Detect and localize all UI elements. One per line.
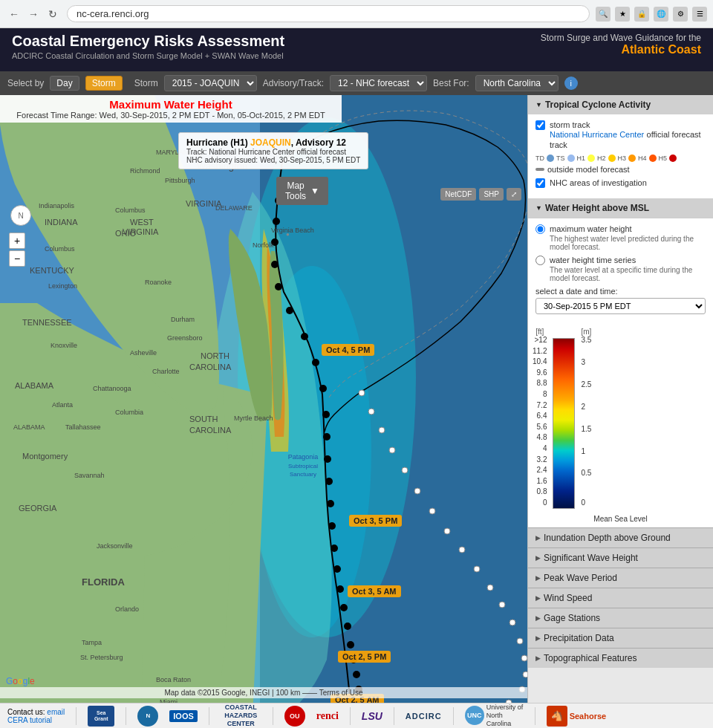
storm-button[interactable]: Storm — [85, 76, 123, 91]
map-tools-button[interactable]: Map Tools ▼ — [276, 177, 328, 205]
dropdown-arrow-icon: ▼ — [310, 186, 319, 196]
colorbar-section: [ft] >12 11.2 10.4 9.6 8.8 8 7.2 6.4 5.6… — [528, 320, 713, 527]
svg-point-39 — [506, 700, 512, 703]
hurricane-name: JOAQUIN — [250, 137, 291, 148]
colorbar-container: [ft] >12 11.2 10.4 9.6 8.8 8 7.2 6.4 5.6… — [533, 325, 709, 512]
address-bar[interactable]: nc-cera.renci.org — [67, 5, 590, 22]
time-label-oct2-5pm: Oct 2, 5 PM — [338, 651, 391, 663]
wh-section-content: maximum water height The highest water l… — [528, 218, 713, 320]
zoom-in-button[interactable]: + — [9, 233, 25, 249]
wh-ts-row: water height time series The water level… — [535, 256, 706, 282]
gage-stations-chevron-icon: ▶ — [535, 614, 541, 622]
inundation-section-header[interactable]: ▶ Inundation Depth above Ground — [528, 528, 713, 547]
cera-tutorial-link[interactable]: CERA tutorial — [7, 716, 65, 724]
contact-email-link[interactable]: email — [47, 708, 65, 716]
google-g: G — [6, 676, 13, 686]
advisory-select[interactable]: 12 - NHC forecast — [330, 75, 427, 91]
h2-label: H2 — [597, 155, 606, 162]
wave-height-section-header[interactable]: ▶ Significant Wave Height — [528, 548, 713, 568]
svg-text:CAROLINA: CAROLINA — [189, 363, 232, 371]
time-label-oct4-5pm: Oct 4, 5 PM — [322, 344, 374, 356]
back-button[interactable]: ← — [6, 6, 22, 22]
bookmark-icon[interactable]: ★ — [615, 7, 630, 22]
svg-text:Atlanta: Atlanta — [52, 401, 73, 409]
svg-point-48 — [459, 547, 465, 553]
app-subtitle: ADCIRC Coastal Circulation and Storm Sur… — [12, 51, 284, 60]
nwp-row: NHC areas of investigation — [535, 178, 706, 188]
contact-label: Contact us: email — [7, 708, 65, 716]
inundation-label: Inundation Depth above Ground — [544, 533, 671, 543]
svg-point-45 — [499, 602, 505, 608]
svg-point-41 — [523, 672, 527, 677]
svg-text:Boca Raton: Boca Raton — [156, 676, 191, 683]
nhc-link[interactable]: National Hurricane Center — [550, 130, 644, 139]
ioos-emblem: IOOS — [169, 710, 198, 722]
peak-wave-section-header[interactable]: ▶ Peak Wave Period — [528, 568, 713, 588]
search-icon[interactable]: 🔍 — [596, 7, 611, 22]
topographical-section-header[interactable]: ▶ Topographical Features — [528, 649, 713, 668]
outside-label: outside model forecast — [547, 165, 630, 174]
colorbar-gradient — [553, 338, 575, 509]
storm-select[interactable]: 2015 - JOAQUIN — [164, 75, 257, 91]
wind-speed-chevron-icon: ▶ — [535, 594, 541, 602]
svg-point-56 — [359, 390, 365, 396]
map-area[interactable]: Maximum Water Height Forecast Time Range… — [0, 95, 527, 703]
svg-text:Chattanooga: Chattanooga — [93, 385, 131, 392]
wh-ts-radio[interactable] — [535, 256, 545, 265]
precipitation-section-header[interactable]: ▶ Precipitation Data — [528, 628, 713, 648]
renci-logo: renci — [316, 710, 339, 722]
netcdf-button[interactable]: NetCDF — [440, 188, 476, 201]
atlantic-coast-label: Atlantic Coast — [541, 43, 701, 56]
max-wh-radio[interactable] — [535, 224, 545, 234]
nwp-label: NHC areas of investigation — [550, 178, 647, 187]
outside-forecast-row: outside model forecast — [535, 165, 706, 174]
ext3-icon[interactable]: ⚙ — [673, 7, 688, 22]
seahorse-label: Seahorse — [570, 712, 607, 721]
time-label-oct3-5pm: Oct 3, 5 PM — [349, 515, 402, 527]
seahorse-emblem: 🐴 — [547, 706, 567, 727]
noaa-logo: N — [137, 706, 158, 727]
h5-dot — [669, 155, 677, 162]
ext2-icon[interactable]: 🌐 — [654, 7, 668, 22]
unc-logo: UNC University of North Carolina — [465, 703, 524, 727]
svg-text:WEST: WEST — [130, 218, 154, 227]
max-wh-label: maximum water height — [550, 224, 706, 233]
svg-point-53 — [389, 447, 395, 453]
inundation-section: ▶ Inundation Depth above Ground — [528, 527, 713, 547]
refresh-button[interactable]: ↻ — [45, 6, 61, 22]
footer-divider-7 — [453, 707, 454, 725]
colorbar-labels-right: 3.5 3 2.5 2 1.5 1 0.5 — [581, 336, 591, 507]
zoom-out-button[interactable]: − — [9, 250, 25, 267]
ou-logo: OU — [284, 706, 305, 727]
svg-text:Knoxville: Knoxville — [51, 342, 77, 349]
tc-header-label: Tropical Cyclone Activity — [545, 100, 651, 110]
ext1-icon[interactable]: 🔒 — [634, 7, 649, 22]
menu-icon[interactable]: ☰ — [692, 7, 707, 22]
shp-button[interactable]: SHP — [479, 188, 504, 201]
export-icon-button[interactable]: ⤢ — [507, 188, 521, 201]
map-data-attribution: Map data ©2015 Google, INEGI | 100 km ——… — [0, 687, 527, 698]
forward-button[interactable]: → — [25, 6, 42, 22]
svg-text:GEORGIA: GEORGIA — [19, 504, 57, 513]
gage-stations-section-header[interactable]: ▶ Gage Stations — [528, 608, 713, 628]
nwp-checkbox[interactable] — [535, 178, 545, 188]
browser-chrome: ← → ↻ nc-cera.renci.org 🔍 ★ 🔒 🌐 ⚙ ☰ — [0, 0, 713, 28]
hurricane-title: Hurricane (H1) JOAQUIN, Advisory 12 — [186, 137, 360, 148]
noaa-emblem: N — [137, 706, 158, 727]
svg-text:Asheville: Asheville — [130, 349, 157, 357]
h4-label: H4 — [638, 155, 647, 162]
compass: N — [10, 205, 31, 226]
storm-track-checkbox[interactable] — [535, 120, 545, 130]
h5-label: H5 — [659, 155, 668, 162]
map-subtitle: Forecast Time Range: Wed, 30-Sep-2015, 2… — [0, 111, 342, 120]
app-header-right: Storm Surge and Wave Guidance for the At… — [541, 33, 701, 56]
info-button[interactable]: i — [564, 77, 578, 90]
wh-ts-label: water height time series — [550, 256, 706, 264]
browser-icons: 🔍 ★ 🔒 🌐 ⚙ ☰ — [596, 7, 707, 22]
date-select[interactable]: 30-Sep-2015 5 PM EDT — [535, 298, 706, 314]
best-for-select[interactable]: North Carolina — [475, 75, 559, 91]
day-button[interactable]: Day — [50, 76, 79, 91]
wind-speed-section-header[interactable]: ▶ Wind Speed — [528, 588, 713, 608]
wind-speed-label: Wind Speed — [544, 593, 592, 603]
svg-text:SOUTH: SOUTH — [189, 415, 218, 423]
